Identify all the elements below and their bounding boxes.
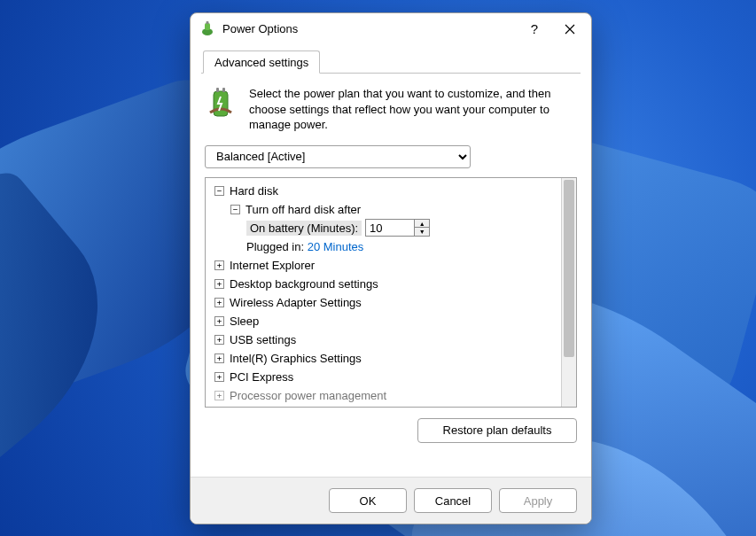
expand-icon[interactable] — [214, 298, 224, 307]
tree-item-internet-explorer[interactable]: Internet Explorer — [209, 256, 557, 275]
tree-label: Processor power management — [230, 389, 386, 402]
expand-icon[interactable] — [214, 353, 224, 363]
settings-tree: Hard disk Turn off hard disk after On ba… — [205, 177, 577, 408]
power-plan-icon — [205, 86, 237, 121]
svg-rect-3 — [207, 21, 209, 24]
tree-label: PCI Express — [230, 370, 293, 384]
tree-item-turn-off-hd[interactable]: Turn off hard disk after — [209, 200, 557, 219]
help-button[interactable]: ? — [517, 21, 552, 36]
titlebar[interactable]: Power Options ? — [191, 13, 591, 43]
on-battery-minutes-input[interactable] — [365, 219, 415, 237]
restore-defaults-button[interactable]: Restore plan defaults — [417, 418, 577, 443]
tree-label: Internet Explorer — [230, 259, 315, 272]
tree-label: Desktop background settings — [230, 277, 378, 291]
tree-item-desktop-background[interactable]: Desktop background settings — [209, 275, 557, 293]
tree-label: Turn off hard disk after — [246, 203, 361, 216]
power-plan-select[interactable]: Balanced [Active] — [205, 145, 471, 168]
tree-item-wireless-adapter[interactable]: Wireless Adapter Settings — [209, 293, 557, 312]
expand-icon[interactable] — [214, 335, 224, 345]
on-battery-label: On battery (Minutes): — [246, 221, 362, 236]
expand-icon[interactable] — [214, 279, 224, 289]
plugged-in-label: Plugged in: — [246, 240, 304, 253]
tree-item-usb-settings[interactable]: USB settings — [209, 330, 557, 349]
ok-button[interactable]: OK — [329, 488, 407, 513]
battery-icon — [199, 20, 215, 36]
spin-up-button[interactable]: ▲ — [415, 220, 429, 228]
dialog-button-row: OK Cancel Apply — [191, 477, 591, 524]
intro-text: Select the power plan that you want to c… — [249, 86, 577, 133]
tree-label: Intel(R) Graphics Settings — [230, 352, 362, 365]
tree-item-intel-graphics[interactable]: Intel(R) Graphics Settings — [209, 349, 557, 368]
tab-strip: Advanced settings — [201, 50, 581, 74]
apply-button[interactable]: Apply — [499, 488, 577, 513]
plugged-in-value[interactable]: 20 Minutes — [308, 240, 364, 253]
cancel-button[interactable]: Cancel — [414, 488, 492, 513]
window-title: Power Options — [222, 22, 517, 35]
tree-scrollbar[interactable] — [561, 178, 576, 407]
tree-label: USB settings — [230, 333, 296, 346]
tree-item-hard-disk[interactable]: Hard disk — [209, 182, 557, 200]
expand-icon[interactable] — [214, 372, 224, 382]
expand-icon[interactable] — [214, 260, 224, 270]
expand-icon[interactable] — [214, 316, 224, 326]
tree-label: Hard disk — [230, 184, 278, 198]
collapse-icon[interactable] — [230, 205, 240, 214]
tree-label: Sleep — [230, 315, 259, 328]
scroll-thumb[interactable] — [564, 180, 574, 357]
power-options-dialog: Power Options ? Advanced settings Select… — [190, 12, 592, 524]
close-button[interactable] — [552, 22, 588, 35]
tree-item-sleep[interactable]: Sleep — [209, 312, 557, 330]
collapse-icon[interactable] — [214, 186, 224, 196]
tree-item-on-battery[interactable]: On battery (Minutes): ▲ ▼ — [209, 219, 557, 237]
tree-item-plugged-in[interactable]: Plugged in: 20 Minutes — [209, 237, 557, 256]
spin-down-button[interactable]: ▼ — [415, 228, 429, 236]
tree-item-pci-express[interactable]: PCI Express — [209, 368, 557, 386]
tree-label: Wireless Adapter Settings — [230, 296, 362, 309]
svg-rect-2 — [205, 23, 210, 30]
tab-advanced-settings[interactable]: Advanced settings — [203, 50, 320, 74]
tree-item-processor-power[interactable]: Processor power management — [209, 386, 557, 405]
svg-rect-6 — [222, 88, 225, 92]
expand-icon[interactable] — [214, 391, 224, 400]
svg-rect-5 — [216, 88, 219, 92]
